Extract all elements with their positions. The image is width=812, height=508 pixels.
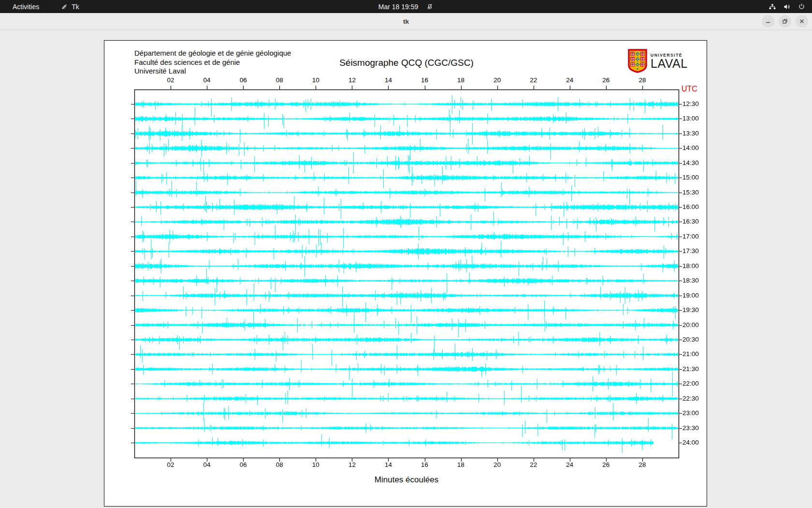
x-axis-tick-label: 08 [276,461,283,468]
utc-row-label: 16:00 [682,203,699,210]
utc-row-label: 13:00 [682,115,699,122]
tk-feather-icon [60,3,68,11]
x-axis-tick-label: 28 [638,461,646,468]
utc-row-label: 19:00 [682,292,699,299]
universite-laval-logo: UNIVERSITÉ LAVAL [628,49,688,73]
logo-laval-text: LAVAL [651,58,688,70]
utc-row-label: 20:30 [682,336,699,343]
x-axis-tick-label: 02 [167,76,174,84]
x-axis-tick-label: 10 [312,461,319,468]
utc-row-label: 21:30 [682,365,699,373]
x-axis-tick-label: 22 [530,461,537,468]
notifications-muted-icon [426,3,434,11]
x-axis-tick-label: 04 [203,461,211,468]
utc-row-label: 19:30 [682,306,699,314]
laval-shield-icon [628,49,647,73]
x-axis-tick-label: 02 [167,461,174,468]
gnome-top-bar: Activities Tk Mar 18 19:59 [0,0,812,13]
activities-button[interactable]: Activities [9,2,43,12]
x-axis-tick-label: 06 [240,76,247,84]
x-axis-tick-label: 22 [530,76,537,84]
utc-row-label: 13:30 [682,130,699,137]
utc-row-label: 22:00 [682,380,699,387]
x-axis-title: Minutes écoulées [375,475,438,485]
utc-row-label: 17:30 [682,247,699,254]
x-axis-tick-label: 06 [240,461,247,468]
utc-row-label: 14:30 [682,159,699,166]
utc-row-label: 16:30 [682,218,699,225]
utc-row-label: 22:30 [682,395,699,402]
utc-axis-label: UTC [682,85,697,93]
x-axis-tick-label: 08 [276,76,283,84]
x-axis-tick-label: 12 [348,76,356,84]
utc-row-label: 14:00 [682,144,699,151]
focused-app-name: Tk [72,3,79,11]
x-axis-tick-label: 14 [385,461,392,468]
x-axis-tick-label: 16 [421,461,428,468]
x-axis-tick-label: 18 [457,76,464,84]
x-axis-tick-label: 10 [312,76,319,84]
x-axis-tick-label: 26 [602,461,609,468]
minimize-button[interactable] [762,15,774,28]
x-axis-tick-label: 24 [566,76,573,84]
utc-row-label: 18:30 [682,277,699,284]
utc-row-label: 15:30 [682,189,699,196]
x-axis-tick-label: 16 [421,76,428,84]
x-axis-tick-label: 14 [385,76,392,84]
x-axis-tick-label: 04 [203,76,211,84]
utc-row-label: 18:00 [682,262,699,269]
utc-row-label: 24:00 [682,439,699,446]
power-icon [798,3,805,11]
x-axis-tick-label: 24 [566,461,573,468]
plot-title: Séismographe QCQ (CGC/GSC) [339,58,474,68]
tk-window-content: Département de géologie et de génie géol… [0,30,812,508]
utc-row-label: 21:00 [682,350,699,358]
close-button[interactable] [796,15,808,28]
utc-row-label: 17:00 [682,233,699,240]
volume-icon [783,3,791,11]
x-axis-tick-label: 18 [457,461,464,468]
utc-row-label: 15:00 [682,174,699,181]
x-axis-tick-label: 28 [638,76,646,84]
window-title: tk [403,18,409,25]
utc-row-label: 20:00 [682,321,699,329]
window-titlebar: tk [0,13,812,30]
clock-text: Mar 18 19:59 [378,3,419,11]
utc-row-label: 23:30 [682,424,699,432]
institution-header: Département de géologie et de génie géol… [134,49,291,76]
seismograph-panel: Département de géologie et de génie géol… [104,40,707,507]
x-axis-tick-label: 26 [602,76,609,84]
seismograph-canvas [130,85,683,463]
x-axis-tick-label: 12 [348,461,356,468]
x-axis-tick-label: 20 [493,461,501,468]
utc-row-label: 23:00 [682,409,699,417]
utc-row-label: 12:30 [682,100,699,107]
maximize-button[interactable] [779,15,791,28]
system-status-area[interactable] [768,0,812,13]
clock-menu[interactable]: Mar 18 19:59 [378,3,434,11]
seismogram-plot [130,85,683,463]
network-wired-icon [768,3,776,11]
x-axis-tick-label: 20 [493,76,501,84]
focused-app-indicator[interactable]: Tk [60,3,79,11]
